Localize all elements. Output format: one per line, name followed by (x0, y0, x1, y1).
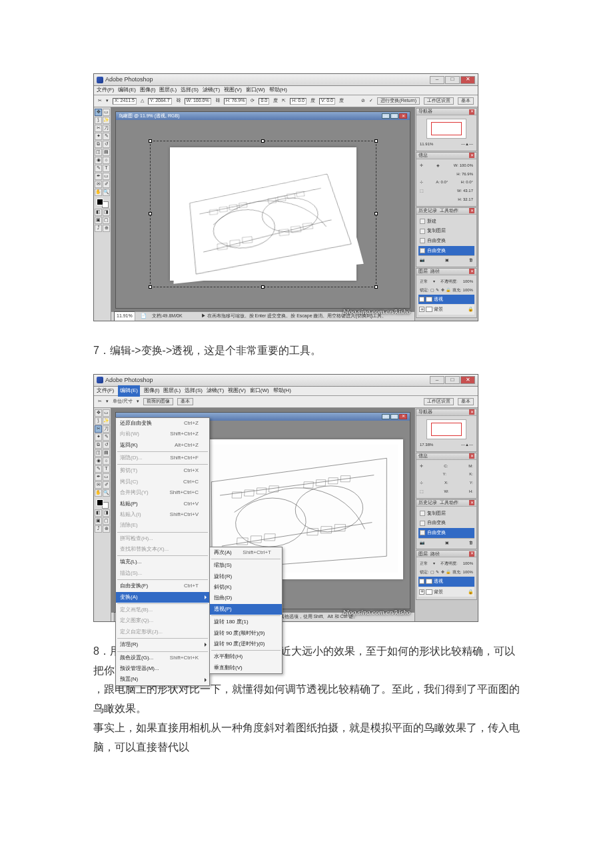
workspace-basic[interactable]: 基本 (458, 97, 474, 105)
handle-bottom-left[interactable] (149, 285, 152, 289)
eyedropper-tool-icon[interactable]: ✐ (103, 481, 110, 489)
menu-item[interactable]: 垂直翻转(V) (210, 663, 282, 673)
gradient-tool-icon[interactable]: ▤ (103, 149, 110, 156)
stamp-tool-icon[interactable]: ⧉ (95, 441, 102, 449)
layer-item[interactable]: 👁透视 (418, 577, 474, 587)
visibility-icon[interactable]: 👁 (419, 297, 424, 302)
stamp-tool-icon[interactable]: ⧉ (95, 141, 102, 148)
menu-file[interactable]: 文件(F) (97, 85, 114, 95)
maximize-button[interactable]: □ (445, 76, 460, 84)
opacity-value[interactable]: 100% (463, 560, 473, 567)
menu-window[interactable]: 窗口(W) (250, 386, 269, 395)
handle-top-mid[interactable] (261, 139, 265, 143)
opt-deg[interactable]: 0.0 (259, 98, 269, 105)
menu-filter[interactable]: 滤镜(T) (207, 386, 224, 395)
handle-top-right[interactable] (374, 139, 378, 143)
menu-item[interactable]: 旋转 90 度(逆时针)(0) (210, 639, 282, 649)
layers-tab[interactable]: 图层 (418, 550, 428, 559)
notes-tool-icon[interactable]: ✉ (95, 181, 102, 188)
menu-item[interactable]: 透视(P) (210, 604, 282, 615)
shape-tool-icon[interactable]: ▭ (103, 473, 110, 481)
handle-mid-left[interactable] (149, 212, 152, 215)
new-snapshot-icon[interactable]: 📷 (420, 539, 424, 547)
color-swatch[interactable] (97, 199, 109, 208)
menu-layer[interactable]: 图层(L) (159, 85, 177, 95)
opt-vdeg[interactable]: V: 0.0 (319, 98, 335, 105)
opacity-value[interactable]: 100% (463, 278, 473, 285)
doc-max-button[interactable]: □ (390, 113, 398, 119)
quick-mask-icon[interactable]: ◨ (103, 509, 110, 517)
menu-filter[interactable]: 滤镜(T) (203, 85, 220, 95)
panel-close-icon[interactable]: ✕ (469, 153, 474, 158)
lock-pixels-icon[interactable]: ✎ (436, 569, 439, 576)
doc-min-button[interactable]: – (382, 113, 390, 119)
menu-item[interactable]: 旋转 180 度(1) (210, 617, 282, 627)
lock-all-icon[interactable]: 🔒 (446, 569, 450, 576)
fill-value[interactable]: 100% (463, 569, 473, 576)
doc-close-button[interactable]: ✕ (399, 113, 407, 119)
text-tool-icon[interactable]: T (103, 165, 110, 172)
wand-tool-icon[interactable]: ✨ (103, 117, 110, 124)
layer-item[interactable]: 👁背景🔒 (418, 305, 474, 315)
workspace-basic[interactable]: 基本 (458, 398, 474, 405)
move-tool-icon[interactable]: ✥ (95, 409, 102, 417)
jump-icon[interactable]: ⤴ (95, 525, 102, 533)
menu-item[interactable]: 变换(A) (116, 592, 209, 603)
history-step[interactable]: 新建 (418, 217, 474, 227)
pen-tool-icon[interactable]: ✒ (95, 173, 102, 180)
marquee-tool-icon[interactable]: ▭ (103, 409, 110, 417)
blur-tool-icon[interactable]: ◉ (95, 157, 102, 164)
menu-edit[interactable]: 编辑(E) (118, 85, 136, 95)
zoom-tool-icon[interactable]: 🔍 (103, 189, 110, 196)
navigator-thumbnail[interactable] (426, 419, 466, 439)
lasso-tool-icon[interactable]: ⟆ (95, 417, 102, 425)
menu-image[interactable]: 图像(I) (144, 386, 160, 395)
menu-item[interactable]: 自由变换(F)Ctrl+T (116, 581, 209, 591)
screen-mode-1-icon[interactable]: ▣ (95, 517, 102, 525)
history-step[interactable]: 自由变换 (418, 246, 474, 256)
opt-w[interactable]: W: 100.0% (185, 98, 211, 105)
front-image-button[interactable]: 前面的图像 (143, 398, 173, 405)
transform-submenu[interactable]: 再次(A)Shift+Ctrl+T缩放(S)旋转(R)斜切(K)扭曲(D)透视(… (209, 547, 283, 674)
menu-item[interactable]: 旋转(R) (210, 571, 282, 582)
doc-max-button[interactable]: □ (390, 414, 398, 419)
hist-tool-tab[interactable]: 工具动作 (440, 207, 458, 215)
layer-item[interactable]: 👁背景🔒 (418, 587, 474, 597)
nav-slider[interactable]: —▲— (461, 141, 473, 148)
menu-edit[interactable]: 编辑(E) (118, 385, 140, 396)
pen-tool-icon[interactable]: ✒ (95, 473, 102, 481)
cancel-icon[interactable]: ⊘ (361, 97, 365, 105)
menu-item[interactable]: 再次(A)Shift+Ctrl+T (210, 547, 282, 558)
color-swatch[interactable] (97, 499, 109, 509)
crop-tool-icon[interactable]: ✂ (95, 125, 102, 132)
handle-mid-right[interactable] (374, 212, 378, 215)
doc-close-button[interactable]: ✕ (399, 414, 407, 419)
path-tool-icon[interactable]: ✎ (95, 465, 102, 473)
menu-select[interactable]: 选择(S) (185, 386, 203, 395)
menu-item[interactable]: 填充(L)... (116, 557, 209, 567)
navigator-thumbnail[interactable] (426, 119, 466, 139)
history-step[interactable]: 自由变换 (418, 518, 474, 528)
commit-icon[interactable]: ✓ (369, 97, 373, 105)
handle-top-left[interactable] (149, 139, 152, 143)
brush-tool-icon[interactable]: ✎ (103, 133, 110, 140)
visibility-icon[interactable]: 👁 (419, 589, 424, 595)
slice-tool-icon[interactable]: 刀 (103, 425, 110, 433)
lock-position-icon[interactable]: ✥ (441, 569, 444, 576)
menu-help[interactable]: 帮助(H) (269, 85, 287, 95)
heal-tool-icon[interactable]: ✦ (95, 433, 102, 441)
layers-tab[interactable]: 图层 (418, 267, 428, 276)
layer-item[interactable]: 👁透视 (418, 295, 474, 305)
screen-mode-2-icon[interactable]: ▢ (103, 517, 110, 525)
maximize-button[interactable]: □ (445, 376, 460, 384)
nav-tab[interactable]: 导航器 (418, 408, 432, 417)
menu-item[interactable]: 旋转 90 度(顺时针)(9) (210, 628, 282, 639)
visibility-icon[interactable]: 👁 (419, 579, 424, 584)
hand-tool-icon[interactable]: ✋ (95, 489, 102, 497)
workspace-tab[interactable]: 工作区设置 (424, 398, 454, 405)
menu-item[interactable]: 扭曲(D) (210, 593, 282, 603)
lock-all-icon[interactable]: 🔒 (446, 287, 450, 294)
eyedropper-tool-icon[interactable]: ✐ (103, 181, 110, 188)
move-tool-icon[interactable]: ✥ (95, 109, 102, 116)
trash-icon[interactable]: 🗑 (469, 539, 473, 547)
